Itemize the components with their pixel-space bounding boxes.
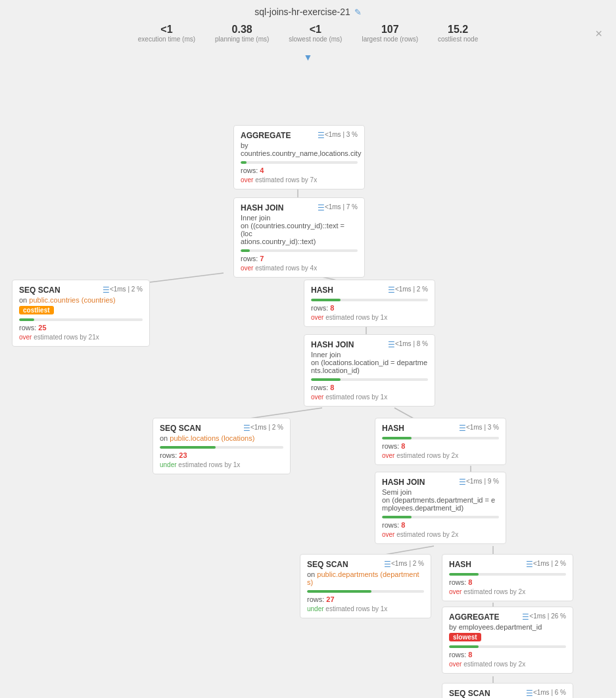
seq-scan-departments-rows: rows: 27 <box>307 595 424 603</box>
stat-costliest: 15.2 costliest node <box>438 24 478 43</box>
aggregate2-card: <1ms | 26 % AGGREGATE ☰ by employees.dep… <box>442 607 573 674</box>
seq-scan-departments-time: <1ms | 2 % <box>391 560 424 567</box>
hash2-time: <1ms | 3 % <box>466 424 499 431</box>
hash-join1-estimate: over estimated rows by 4x <box>241 264 358 272</box>
seq-scan-locations-estimate: under estimated rows by 1x <box>160 461 283 468</box>
aggregate2-progress <box>449 645 566 648</box>
stat-plan-time: 0.38 planning time (ms) <box>215 24 269 43</box>
hash3-title: HASH <box>449 560 471 569</box>
seq-scan-countries-fill <box>19 318 34 321</box>
seq-scan-countries-estimate: over estimated rows by 21x <box>19 334 143 341</box>
hash2-menu[interactable]: ☰ <box>459 424 466 433</box>
seq-scan-departments-progress <box>307 590 424 593</box>
seq-scan-countries-subtitle: on public.countries (countries) <box>19 296 143 304</box>
hash1-rows: rows: 8 <box>311 304 428 312</box>
hash-join1-title: HASH JOIN <box>241 203 283 212</box>
seq-scan-countries-time: <1ms | 2 % <box>110 286 143 293</box>
hash2-estimate: over estimated rows by 2x <box>382 452 499 459</box>
hash-join1-rows: rows: 7 <box>241 255 358 262</box>
page-title: sql-joins-hr-exercise-21 <box>254 7 350 17</box>
hash-join3-title: HASH JOIN <box>382 478 425 487</box>
stat-largest: 107 largest node (rows) <box>362 24 418 43</box>
aggregate2-fill <box>449 645 479 648</box>
hash-join2-subtitle: Inner joinon (locations.location_id = de… <box>311 351 428 374</box>
seq-scan-locations-subtitle: on public.locations (locations) <box>160 434 283 442</box>
hash2-title: HASH <box>382 424 404 433</box>
hash-join2-menu[interactable]: ☰ <box>388 340 395 349</box>
hash-join2-progress <box>311 378 428 381</box>
hash1-fill <box>311 299 341 301</box>
aggregate1-progress-fill <box>241 161 247 164</box>
aggregate2-time: <1ms | 26 % <box>529 612 566 620</box>
hash-join1-card: <1ms | 7 % HASH JOIN ☰ Inner joinon ((co… <box>233 197 365 278</box>
aggregate1-subtitle: by countries.country_name,locations.city <box>241 141 358 157</box>
seq-scan-locations-time: <1ms | 2 % <box>250 424 283 431</box>
hash-join3-fill <box>382 516 412 518</box>
hash2-progress <box>382 437 499 439</box>
hash1-progress <box>311 299 428 301</box>
seq-scan-locations-rows: rows: 23 <box>160 451 283 459</box>
seq-scan-locations-fill <box>160 446 216 449</box>
hash1-title: HASH <box>311 286 333 295</box>
aggregate2-menu[interactable]: ☰ <box>522 612 529 622</box>
hash2-card: <1ms | 3 % HASH ☰ rows: 8 over estimated… <box>375 418 506 465</box>
hash-join2-fill <box>311 378 341 381</box>
hash1-menu[interactable]: ☰ <box>388 286 395 295</box>
hash-join1-progress <box>241 249 358 252</box>
seq-scan-employees-menu[interactable]: ☰ <box>526 689 533 698</box>
seq-scan-departments-subtitle: on public.departments (departments) <box>307 570 424 586</box>
seq-scan-countries-badge: costliest <box>19 306 54 314</box>
hash-join1-time: <1ms | 7 % <box>325 203 358 211</box>
aggregate1-estimate: over estimated rows by 7x <box>241 176 358 184</box>
hash1-estimate: over estimated rows by 1x <box>311 314 428 321</box>
seq-scan-employees-time: <1ms | 6 % <box>533 689 566 696</box>
hash2-fill <box>382 437 412 439</box>
seq-scan-employees-card: <1ms | 6 % SEQ SCAN ☰ on public.employee… <box>442 683 573 698</box>
hash-join2-card: <1ms | 8 % HASH JOIN ☰ Inner joinon (loc… <box>304 334 435 407</box>
flow-arrow: ▼ <box>0 52 616 62</box>
seq-scan-departments-estimate: under estimated rows by 1x <box>307 605 424 612</box>
hash1-card: <1ms | 2 % HASH ☰ rows: 8 over estimated… <box>304 280 435 327</box>
seq-scan-employees-title: SEQ SCAN <box>449 689 490 698</box>
hash-join2-estimate: over estimated rows by 1x <box>311 393 428 401</box>
seq-scan-countries-progress <box>19 318 143 321</box>
aggregate1-progress <box>241 161 358 164</box>
hash-join3-time: <1ms | 9 % <box>466 478 499 485</box>
hash-join1-subtitle: Inner joinon ((countries.country_id)::te… <box>241 214 358 245</box>
seq-scan-countries-menu[interactable]: ☰ <box>103 286 110 295</box>
hash3-menu[interactable]: ☰ <box>526 560 533 569</box>
hash3-progress <box>449 573 566 576</box>
hash3-rows: rows: 8 <box>449 578 566 586</box>
aggregate1-rows: rows: 4 <box>241 166 358 174</box>
hash-join3-subtitle: Semi joinon (departments.department_id =… <box>382 488 499 512</box>
close-button[interactable]: ✕ <box>595 28 603 39</box>
aggregate2-title: AGGREGATE <box>449 612 499 622</box>
edit-icon[interactable]: ✎ <box>354 7 362 17</box>
hash-join2-rows: rows: 8 <box>311 384 428 391</box>
hash3-estimate: over estimated rows by 2x <box>449 588 566 595</box>
seq-scan-countries-card: <1ms | 2 % SEQ SCAN ☰ on public.countrie… <box>12 280 150 347</box>
aggregate1-card: <1ms | 3 % AGGREGATE ☰ by countries.coun… <box>233 125 365 189</box>
seq-scan-departments-card: <1ms | 2 % SEQ SCAN ☰ on public.departme… <box>300 554 431 618</box>
seq-scan-locations-progress <box>160 446 283 449</box>
hash-join3-menu[interactable]: ☰ <box>459 478 466 487</box>
aggregate1-menu[interactable]: ☰ <box>318 131 325 140</box>
seq-scan-locations-card: <1ms | 2 % SEQ SCAN ☰ on public.location… <box>153 418 291 474</box>
stat-exec-time: <1 execution time (ms) <box>138 24 195 43</box>
seq-scan-locations-title: SEQ SCAN <box>160 424 201 433</box>
seq-scan-countries-title: SEQ SCAN <box>19 286 60 295</box>
seq-scan-departments-fill <box>307 590 371 593</box>
hash-join3-progress <box>382 516 499 518</box>
stats-bar: <1 execution time (ms) 0.38 planning tim… <box>0 24 616 43</box>
hash-join1-progress-fill <box>241 249 250 252</box>
hash-join1-menu[interactable]: ☰ <box>318 203 325 212</box>
seq-scan-locations-menu[interactable]: ☰ <box>243 424 250 433</box>
stat-slowest: <1 slowest node (ms) <box>289 24 342 43</box>
aggregate2-estimate: over estimated rows by 2x <box>449 661 566 668</box>
aggregate1-title: AGGREGATE <box>241 131 291 140</box>
hash2-rows: rows: 8 <box>382 442 499 450</box>
aggregate1-time: <1ms | 3 % <box>325 131 358 138</box>
aggregate2-subtitle: by employees.department_id <box>449 623 566 631</box>
seq-scan-departments-menu[interactable]: ☰ <box>384 560 391 569</box>
hash3-time: <1ms | 2 % <box>533 560 566 567</box>
